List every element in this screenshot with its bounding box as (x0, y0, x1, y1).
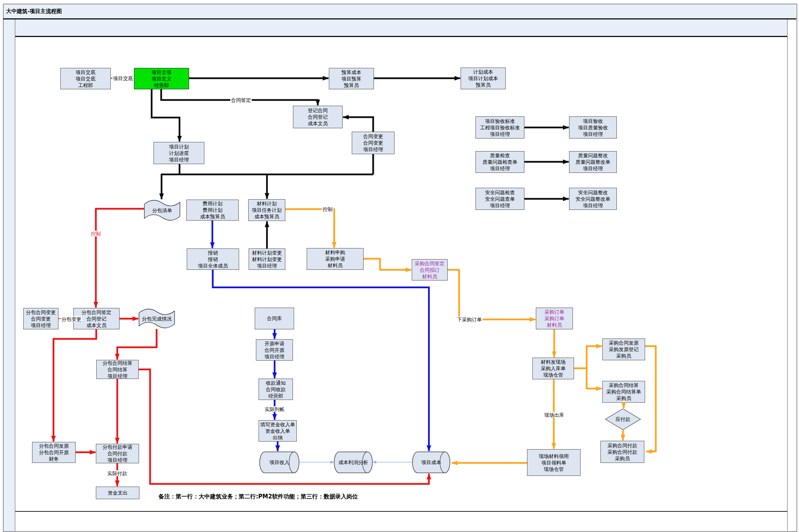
connector-fbjiesuan-xmchengben[interactable] (139, 369, 429, 484)
connector-label-faxianchang-lingyong: 现场出库 (543, 412, 565, 418)
connector-label-fbbiangeng-fbqianding: 分包变更 (61, 316, 82, 322)
connector-htbiangeng-dengji[interactable] (343, 117, 373, 132)
connector-fbqianding-fapiao[interactable] (53, 329, 96, 442)
connector-label-hetong-qianding-path: 合同签定 (230, 97, 252, 103)
connector-cgfapiao-cgfukuan[interactable] (645, 346, 656, 451)
connector-branch-cgfapiao[interactable] (587, 346, 602, 368)
connector-wancheng-jiesuan[interactable] (117, 329, 157, 360)
connector-baoxiao-xmchengben[interactable] (213, 270, 429, 451)
connector-label-cgqianding-dingdan: 下采购订单 (456, 317, 483, 322)
connector-lixiang-xmjihua[interactable] (152, 89, 180, 142)
connector-cgqianding-dingdan[interactable] (448, 270, 535, 319)
connector-fbqingdan-kongzhi[interactable] (96, 209, 144, 308)
connector-label-fukuansq-zhichu: 实际付款 (107, 471, 128, 476)
connector-label-cljihua-shengou: 控制 (322, 206, 333, 212)
connector-label-shoukuan-tianxie: 实际到帐 (264, 406, 285, 412)
connector-cljihua-shengou[interactable] (285, 209, 334, 248)
connector-shengou-cgqianding[interactable] (364, 259, 411, 270)
connector-branch-cgjiesuan[interactable] (587, 368, 602, 389)
connector-label-jiaodi-link: 项目交底 (112, 76, 134, 81)
footer-note: 备注：第一行：大中建筑业务；第二行:PM2软件功能；第三行：数据录入岗位 (159, 493, 358, 500)
connector-label-fbqingdan-kongzhi: 控制 (90, 231, 102, 237)
